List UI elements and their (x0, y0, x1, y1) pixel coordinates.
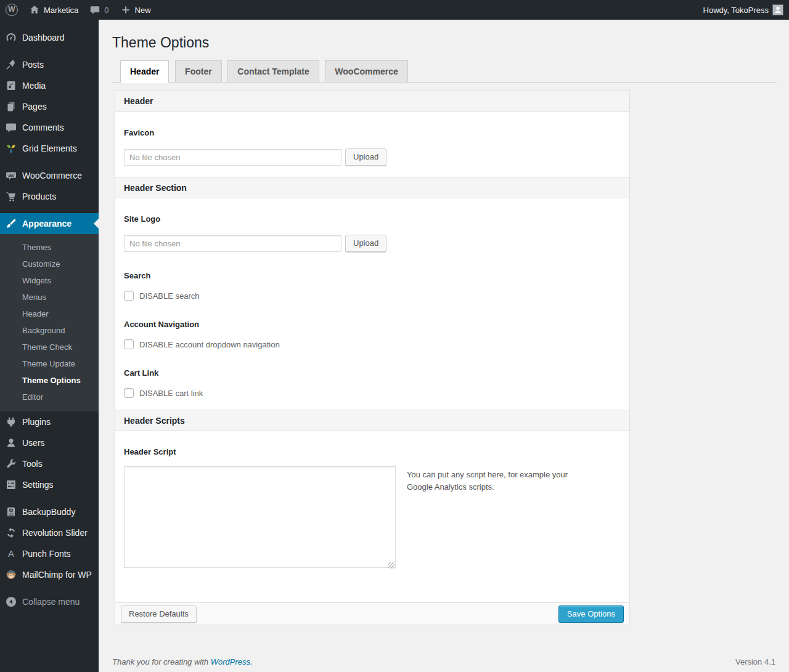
submenu-item-header[interactable]: Header (0, 306, 99, 322)
sidebar-item-label: Punch Fonts (22, 549, 71, 559)
users-icon (5, 437, 17, 449)
disable-search-checkbox[interactable] (124, 291, 134, 301)
mailchimp-icon (5, 569, 17, 581)
submenu-item-menus[interactable]: Menus (0, 289, 99, 306)
sidebar-item-label: Collapse menu (22, 597, 80, 607)
panel-footer: Restore Defaults Save Options (115, 602, 629, 625)
sidebar-item-grid-elements[interactable]: Grid Elements (0, 138, 99, 159)
sidebar-item-appearance[interactable]: Appearance (0, 213, 99, 234)
comments-menu[interactable]: 0 (84, 0, 114, 20)
sidebar-item-label: Users (22, 438, 45, 448)
sidebar-item-backupbuddy[interactable]: BackupBuddy (0, 501, 99, 522)
disable-cart-link-checkbox-label[interactable]: DISABLE cart link (139, 389, 203, 398)
favicon-upload-button[interactable]: Upload (345, 148, 386, 166)
submenu-item-widgets[interactable]: Widgets (0, 272, 99, 289)
sidebar-item-label: Appearance (22, 219, 72, 229)
account-menu[interactable]: Howdy, TokoPress (698, 0, 789, 20)
submenu-item-themes[interactable]: Themes (0, 239, 99, 256)
comments-icon (5, 121, 17, 134)
site-logo-file-input[interactable] (124, 235, 341, 252)
sidebar-item-label: WooCommerce (22, 171, 82, 180)
sidebar-item-label: MailChimp for WP (22, 570, 92, 580)
submenu-item-editor[interactable]: Editor (0, 389, 99, 405)
section-title: Header (124, 96, 153, 106)
collapse-icon (5, 596, 17, 608)
footer-thankyou: Thank you for creating with WordPress. (112, 657, 253, 666)
submenu-item-theme-check[interactable]: Theme Check (0, 339, 99, 355)
sidebar-item-comments[interactable]: Comments (0, 117, 99, 138)
save-options-button[interactable]: Save Options (558, 605, 624, 623)
comment-bubble-icon (89, 4, 100, 15)
sidebar-item-revolution-slider[interactable]: Revolution Slider (0, 522, 99, 543)
sidebar-item-products[interactable]: Products (0, 186, 99, 207)
favicon-file-input[interactable] (124, 149, 341, 166)
sidebar-item-pages[interactable]: Pages (0, 96, 99, 117)
wordpress-link[interactable]: WordPress. (211, 657, 253, 666)
tab-header[interactable]: Header (120, 60, 169, 83)
header-script-textarea[interactable] (124, 466, 396, 568)
sidebar-item-label: Comments (22, 123, 64, 132)
section-title: Header Section (124, 183, 187, 193)
tab-contact-template[interactable]: Contact Template (227, 60, 319, 82)
sidebar-item-media[interactable]: Media (0, 75, 99, 96)
page-title: Theme Options (112, 34, 777, 54)
products-icon (5, 190, 17, 203)
sidebar-item-collapse-menu[interactable]: Collapse menu (0, 591, 99, 612)
new-label: New (135, 6, 151, 15)
submenu-item-customize[interactable]: Customize (0, 256, 99, 272)
sidebar-item-tools[interactable]: Tools (0, 453, 99, 474)
header-script-help: You can put any script here, for example… (407, 469, 595, 493)
sidebar-item-label: BackupBuddy (22, 507, 75, 517)
sidebar-item-users[interactable]: Users (0, 432, 99, 453)
sidebar-item-posts[interactable]: Posts (0, 54, 99, 75)
section-header-body: Favicon Upload (115, 112, 629, 177)
posts-icon (5, 59, 17, 71)
section-title: Header Scripts (124, 416, 185, 426)
submenu-item-background[interactable]: Background (0, 322, 99, 339)
sidebar-item-settings[interactable]: Settings (0, 474, 99, 495)
restore-defaults-button[interactable]: Restore Defaults (121, 605, 197, 623)
disable-cart-link-checkbox[interactable] (124, 388, 134, 398)
sidebar-item-dashboard[interactable]: Dashboard (0, 27, 99, 48)
section-header-scripts-body: Header Script You can put any script her… (115, 431, 629, 602)
howdy-text: Howdy, TokoPress (703, 6, 769, 15)
submenu-item-theme-options[interactable]: Theme Options (0, 372, 99, 389)
disable-search-checkbox-label[interactable]: DISABLE search (139, 291, 200, 301)
sidebar-item-label: Tools (22, 459, 43, 469)
dashboard-icon (5, 31, 17, 44)
submenu-item-theme-update[interactable]: Theme Update (0, 355, 99, 372)
media-icon (5, 79, 17, 92)
sidebar-item-punch-fonts[interactable]: A Punch Fonts (0, 543, 99, 564)
wp-logo-menu[interactable]: W (0, 0, 23, 20)
disable-account-nav-checkbox[interactable] (124, 339, 134, 349)
sidebar-item-label: Pages (22, 102, 47, 111)
disable-account-nav-checkbox-label[interactable]: DISABLE account dropdown navigation (139, 340, 280, 349)
sidebar-item-label: Media (22, 81, 46, 91)
sidebar-item-plugins[interactable]: Plugins (0, 411, 99, 432)
admin-sidebar: Dashboard Posts Media Pages Comments Gri… (0, 20, 99, 672)
menu-separator (0, 585, 99, 591)
menu-separator (0, 159, 99, 165)
admin-bar: W Marketica 0 New Howdy, TokoPress (0, 0, 789, 20)
site-logo-label: Site Logo (124, 198, 621, 224)
wordpress-logo-icon: W (6, 4, 18, 16)
sidebar-item-mailchimp[interactable]: MailChimp for WP (0, 564, 99, 585)
sidebar-item-label: Plugins (22, 417, 51, 427)
site-name-menu[interactable]: Marketica (23, 0, 84, 20)
plugins-icon (5, 416, 17, 428)
site-logo-upload-button[interactable]: Upload (345, 235, 386, 252)
cart-link-label: Cart Link (124, 349, 621, 378)
sidebar-item-label: Dashboard (22, 33, 65, 43)
footer-thankyou-text: Thank you for creating with (112, 657, 211, 666)
tab-footer[interactable]: Footer (175, 60, 222, 82)
sidebar-item-label: Grid Elements (22, 144, 77, 153)
tab-woocommerce[interactable]: WooCommerce (325, 60, 407, 82)
new-content-menu[interactable]: New (115, 0, 157, 20)
comment-count: 0 (104, 6, 108, 15)
settings-icon (5, 479, 17, 491)
account-navigation-label: Account Navigation (124, 301, 621, 329)
tab-bar: Header Footer Contact Template WooCommer… (112, 60, 777, 83)
section-header: Header (115, 91, 629, 112)
sidebar-item-woocommerce[interactable]: WooCommerce (0, 165, 99, 186)
grid-elements-icon (5, 142, 17, 155)
